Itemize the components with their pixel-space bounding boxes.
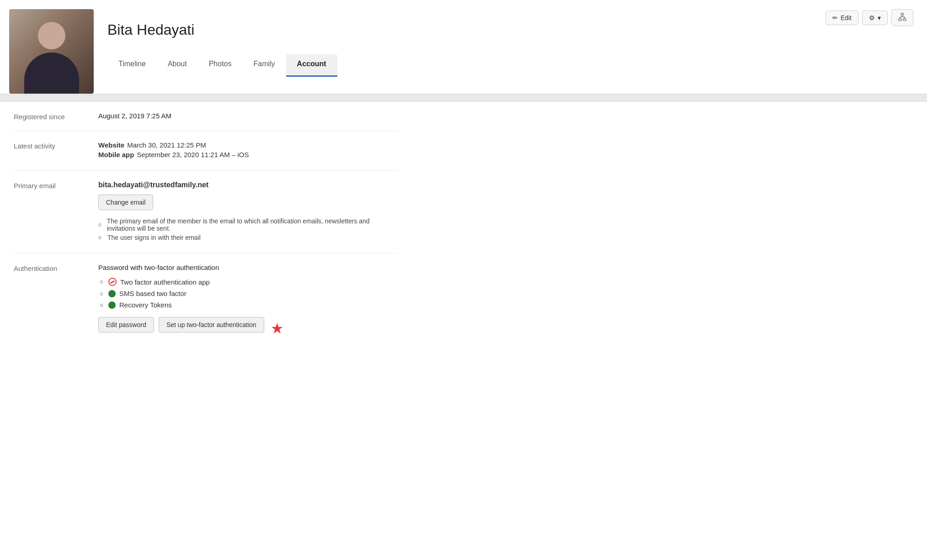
auth-bullet-1: o — [98, 279, 105, 285]
auth-buttons: Edit password Set up two-factor authenti… — [98, 317, 398, 340]
settings-button[interactable]: ⚙ ▾ — [862, 11, 888, 25]
tab-family[interactable]: Family — [243, 54, 286, 77]
gear-icon: ⚙ — [869, 14, 875, 21]
chevron-down-icon: ▾ — [878, 14, 881, 21]
mobile-activity: Mobile app September 23, 2020 11:21 AM –… — [98, 151, 398, 158]
auth-bullet-3: o — [98, 302, 105, 308]
latest-activity-value: Website March 30, 2021 12:25 PM Mobile a… — [98, 141, 398, 160]
primary-email-label: Primary email — [14, 181, 98, 190]
auth-item-recovery: o Recovery Tokens — [98, 301, 398, 309]
registered-row: Registered since August 2, 2019 7:25 AM — [14, 102, 398, 131]
auth-item-sms: o SMS based two factor — [98, 290, 398, 297]
auth-bullet-2: o — [98, 291, 105, 297]
avatar-image — [9, 9, 94, 94]
svg-rect-2 — [903, 19, 906, 21]
registered-label: Registered since — [14, 112, 98, 121]
account-content: Registered since August 2, 2019 7:25 AM … — [0, 102, 411, 350]
tab-about[interactable]: About — [157, 54, 198, 77]
tab-account[interactable]: Account — [286, 54, 337, 77]
latest-activity-label: Latest activity — [14, 141, 98, 150]
latest-activity-row: Latest activity Website March 30, 2021 1… — [14, 131, 398, 171]
email-note-1-text: The primary email of the member is the e… — [107, 217, 398, 232]
org-icon — [898, 13, 906, 22]
avatar — [9, 9, 94, 94]
authentication-value: Password with two-factor authentication … — [98, 264, 398, 340]
registered-value: August 2, 2019 7:25 AM — [98, 112, 398, 120]
edit-password-button[interactable]: Edit password — [98, 317, 154, 333]
change-email-button[interactable]: Change email — [98, 195, 153, 210]
website-label: Website — [98, 141, 124, 149]
profile-header: Bita Hedayati Timeline About Photos Fami… — [0, 0, 927, 94]
header-actions: ✏ Edit ⚙ ▾ — [826, 9, 913, 26]
mobile-date: September 23, 2020 11:21 AM – iOS — [137, 151, 249, 158]
primary-email-row: Primary email bita.hedayati@trustedfamil… — [14, 171, 398, 254]
auth-app-label: Two factor authentication app — [120, 278, 210, 286]
tab-photos[interactable]: Photos — [198, 54, 243, 77]
edit-label: Edit — [841, 14, 852, 21]
website-date: March 30, 2021 12:25 PM — [127, 141, 206, 149]
org-chart-button[interactable] — [891, 9, 913, 26]
auth-item-app: o Two factor authentication app — [98, 278, 398, 286]
red-star-icon: ★ — [271, 320, 284, 337]
edit-button[interactable]: ✏ Edit — [826, 11, 858, 25]
svg-rect-1 — [899, 19, 901, 21]
status-icon-sms — [108, 290, 116, 297]
registered-date: August 2, 2019 7:25 AM — [98, 112, 171, 120]
profile-name: Bita Hedayati — [107, 21, 913, 38]
separator-bar — [0, 94, 927, 102]
profile-name-area: Bita Hedayati Timeline About Photos Fami… — [94, 21, 913, 81]
email-note-2-text: The user signs in with their email — [107, 234, 201, 241]
tab-timeline[interactable]: Timeline — [107, 54, 157, 77]
auth-sms-label: SMS based two factor — [119, 290, 186, 297]
primary-email-value: bita.hedayati@trustedfamily.net Change e… — [98, 181, 398, 243]
email-address: bita.hedayati@trustedfamily.net — [98, 181, 398, 189]
website-activity: Website March 30, 2021 12:25 PM — [98, 141, 398, 149]
authentication-row: Authentication Password with two-factor … — [14, 254, 398, 350]
pencil-icon: ✏ — [832, 14, 838, 21]
email-note-2: The user signs in with their email — [98, 234, 398, 241]
status-icon-disabled — [108, 278, 117, 286]
status-icon-recovery — [108, 301, 116, 309]
authentication-label: Authentication — [14, 264, 98, 272]
email-note-1: The primary email of the member is the e… — [98, 217, 398, 232]
tab-nav: Timeline About Photos Family Account — [107, 54, 913, 77]
email-notes: The primary email of the member is the e… — [98, 217, 398, 241]
setup-2fa-button[interactable]: Set up two-factor authentication — [159, 317, 264, 333]
mobile-label: Mobile app — [98, 151, 134, 158]
svg-rect-0 — [901, 13, 904, 15]
auth-type: Password with two-factor authentication — [98, 264, 398, 271]
auth-recovery-label: Recovery Tokens — [119, 301, 172, 309]
